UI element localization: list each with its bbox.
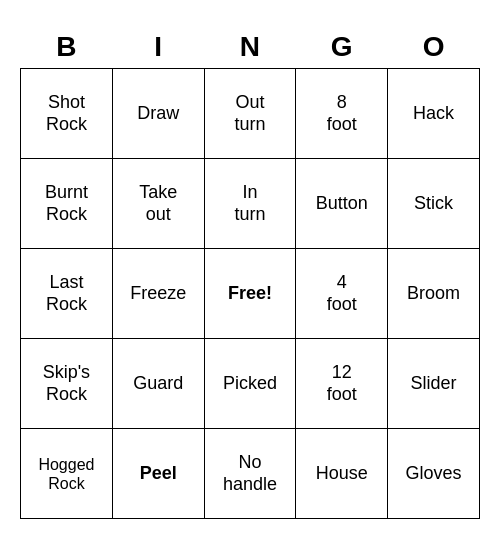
bingo-row-2: LastRockFreezeFree!4footBroom — [21, 249, 480, 339]
bingo-cell-1-1: Takeout — [112, 159, 204, 249]
bingo-cell-1-0: BurntRock — [21, 159, 113, 249]
bingo-cell-0-3: 8foot — [296, 69, 388, 159]
bingo-cell-2-3: 4foot — [296, 249, 388, 339]
bingo-card: BINGO ShotRockDrawOutturn8footHackBurntR… — [20, 25, 480, 520]
bingo-cell-1-4: Stick — [388, 159, 480, 249]
bingo-cell-0-1: Draw — [112, 69, 204, 159]
bingo-cell-1-2: Inturn — [204, 159, 296, 249]
bingo-header-b: B — [21, 25, 113, 69]
bingo-cell-1-3: Button — [296, 159, 388, 249]
bingo-cell-3-2: Picked — [204, 339, 296, 429]
bingo-cell-3-3: 12foot — [296, 339, 388, 429]
bingo-header-i: I — [112, 25, 204, 69]
bingo-row-0: ShotRockDrawOutturn8footHack — [21, 69, 480, 159]
bingo-cell-2-2: Free! — [204, 249, 296, 339]
bingo-cell-4-4: Gloves — [388, 429, 480, 519]
bingo-cell-2-1: Freeze — [112, 249, 204, 339]
bingo-row-1: BurntRockTakeoutInturnButtonStick — [21, 159, 480, 249]
bingo-cell-4-2: Nohandle — [204, 429, 296, 519]
bingo-row-3: Skip'sRockGuardPicked12footSlider — [21, 339, 480, 429]
bingo-cell-3-4: Slider — [388, 339, 480, 429]
bingo-header-n: N — [204, 25, 296, 69]
bingo-cell-2-4: Broom — [388, 249, 480, 339]
bingo-cell-4-0: HoggedRock — [21, 429, 113, 519]
bingo-cell-3-0: Skip'sRock — [21, 339, 113, 429]
bingo-cell-2-0: LastRock — [21, 249, 113, 339]
bingo-header-g: G — [296, 25, 388, 69]
bingo-cell-0-2: Outturn — [204, 69, 296, 159]
bingo-cell-0-0: ShotRock — [21, 69, 113, 159]
bingo-header-o: O — [388, 25, 480, 69]
bingo-cell-4-3: House — [296, 429, 388, 519]
bingo-cell-3-1: Guard — [112, 339, 204, 429]
bingo-row-4: HoggedRockPeelNohandleHouseGloves — [21, 429, 480, 519]
bingo-cell-0-4: Hack — [388, 69, 480, 159]
bingo-header-row: BINGO — [21, 25, 480, 69]
bingo-cell-4-1: Peel — [112, 429, 204, 519]
